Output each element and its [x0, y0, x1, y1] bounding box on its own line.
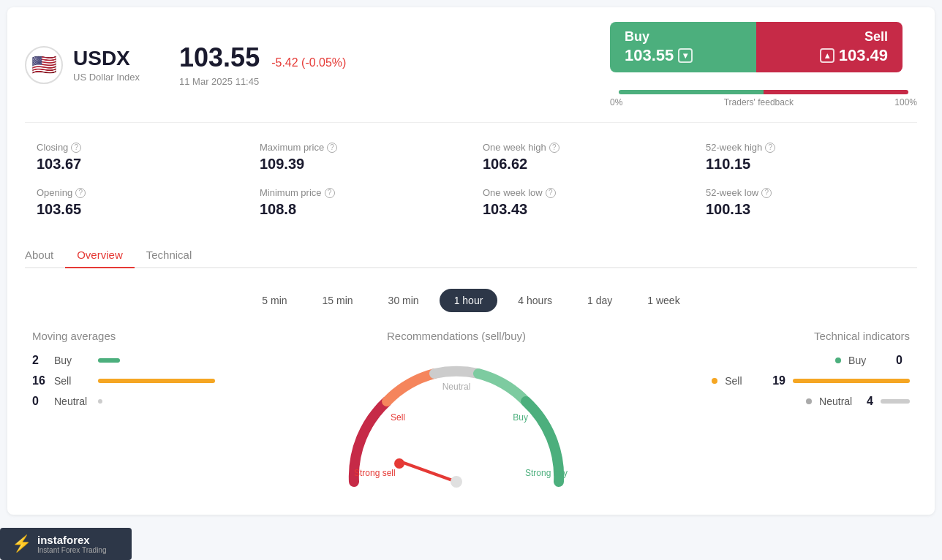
- stat-value: 103.65: [37, 201, 236, 218]
- ma-indicator-sell: 16 Sell: [32, 374, 215, 387]
- moving-averages: Moving averages 2 Buy 16 Sell 0 Neutral: [25, 330, 215, 415]
- dot-buy: [835, 357, 841, 363]
- info-icon[interactable]: ?: [761, 188, 772, 198]
- gauge-labels: Neutral Sell Buy Strong sell Strong buy: [332, 354, 581, 500]
- period-btn-30min[interactable]: 30 min: [374, 289, 434, 312]
- ma-indicator-buy: 2 Buy: [32, 354, 215, 367]
- tab-about[interactable]: About: [25, 243, 65, 268]
- stat-value: 106.62: [483, 156, 682, 173]
- buy-sell-buttons: Buy 103.55 ▾ Sell ▴ 103.49: [610, 22, 917, 72]
- ticker-info: 🇺🇸 USDX US Dollar Index 103.55 -5.42 (-0…: [25, 42, 346, 87]
- indicator-count: 0: [32, 395, 47, 408]
- footer-logo: ⚡ instaforex Instant Forex Trading: [0, 528, 132, 560]
- stat-cell-6: One week low ? 103.43: [471, 180, 694, 225]
- bar-neutral: [98, 399, 102, 404]
- technical-indicators-title: Technical indicators: [698, 330, 910, 342]
- stat-label: Minimum price ?: [260, 187, 459, 198]
- gauge-neutral-label: Neutral: [442, 382, 471, 392]
- time-periods: 5 min15 min30 min1 hour4 hours1 day1 wee…: [25, 289, 917, 312]
- buy-label: Buy: [625, 29, 739, 45]
- info-icon[interactable]: ?: [71, 143, 81, 153]
- stat-value: 103.43: [483, 201, 682, 218]
- feedback-title: Traders' feedback: [724, 97, 794, 107]
- feedback-section: 0% Traders' feedback 100%: [610, 84, 917, 107]
- stat-value: 109.39: [260, 156, 459, 173]
- period-btn-5min[interactable]: 5 min: [247, 289, 301, 312]
- stat-cell-4: Opening ? 103.65: [25, 180, 248, 225]
- dot-neutral: [806, 398, 812, 404]
- ma-indicator-neutral: 0 Neutral: [32, 395, 215, 408]
- header-section: 🇺🇸 USDX US Dollar Index 103.55 -5.42 (-0…: [25, 22, 917, 107]
- period-btn-1hour[interactable]: 1 hour: [440, 289, 498, 312]
- tab-overview[interactable]: Overview: [65, 243, 135, 268]
- stat-label: 52-week low ?: [706, 187, 905, 198]
- bar-buy: [98, 358, 120, 363]
- stat-cell-7: 52-week low ? 100.13: [694, 180, 917, 225]
- stat-label: 52-week high ?: [706, 142, 905, 153]
- logo-icon: ⚡: [12, 534, 31, 553]
- indicator-count: 2: [32, 354, 47, 367]
- sell-label: Sell: [774, 29, 888, 45]
- ti-label-neutral: Neutral: [819, 396, 859, 407]
- ti-indicator-neutral: Neutral 4: [698, 395, 910, 408]
- period-btn-1week[interactable]: 1 week: [633, 289, 694, 312]
- stat-cell-0: Closing ? 103.67: [25, 135, 248, 180]
- ti-label-sell: Sell: [725, 375, 765, 387]
- stats-grid: Closing ? 103.67 Maximum price ? 109.39 …: [25, 122, 917, 225]
- tab-technical[interactable]: Technical: [135, 243, 204, 268]
- ticker-symbol: USDX: [73, 47, 140, 70]
- indicator-label: Buy: [54, 355, 91, 366]
- bar-sell: [793, 379, 910, 383]
- price-date: 11 Mar 2025 11:45: [179, 76, 346, 87]
- gauge-strong-sell-label: Strong sell: [354, 468, 396, 478]
- feedback-right-label: 100%: [894, 97, 917, 107]
- feedback-left-label: 0%: [610, 97, 622, 107]
- indicator-label: Neutral: [54, 396, 91, 407]
- gauge-strong-buy-label: Strong buy: [525, 468, 568, 478]
- stat-cell-2: One week high ? 106.62: [471, 135, 694, 180]
- feedback-labels: 0% Traders' feedback 100%: [610, 97, 917, 107]
- gauge-sell-label: Sell: [391, 412, 405, 423]
- info-icon[interactable]: ?: [327, 143, 337, 153]
- indicator-count: 16: [32, 374, 47, 387]
- gauge-container: Neutral Sell Buy Strong sell Strong buy: [332, 354, 581, 500]
- info-icon[interactable]: ?: [75, 188, 86, 198]
- info-icon[interactable]: ?: [325, 188, 335, 198]
- ti-indicator-sell: Sell 19: [698, 374, 910, 387]
- stat-label: Opening ?: [37, 187, 236, 198]
- buy-value: 103.55 ▾: [625, 46, 739, 65]
- ti-count-sell: 19: [772, 374, 785, 387]
- current-price: 103.55: [179, 42, 260, 73]
- dot-sell: [712, 378, 717, 384]
- ti-indicator-buy: Buy 0: [698, 354, 910, 367]
- indicator-label: Sell: [54, 375, 91, 387]
- info-icon[interactable]: ?: [549, 143, 559, 153]
- chevron-up-icon: ▴: [820, 48, 834, 63]
- logo-text-main: instaforex: [37, 534, 107, 546]
- sell-value: ▴ 103.49: [774, 46, 888, 65]
- ti-count-neutral: 4: [867, 395, 873, 408]
- sell-button[interactable]: Sell ▴ 103.49: [756, 22, 903, 72]
- moving-averages-title: Moving averages: [32, 330, 215, 342]
- chevron-down-icon: ▾: [678, 48, 693, 63]
- bar-neutral: [881, 399, 910, 404]
- stat-label: One week high ?: [483, 142, 682, 153]
- period-btn-4hours[interactable]: 4 hours: [503, 289, 567, 312]
- info-icon[interactable]: ?: [765, 143, 775, 153]
- period-btn-15min[interactable]: 15 min: [308, 289, 368, 312]
- buy-button[interactable]: Buy 103.55 ▾: [610, 22, 756, 72]
- bar-sell: [98, 379, 215, 383]
- stat-value: 108.8: [260, 201, 459, 218]
- period-btn-1day[interactable]: 1 day: [573, 289, 627, 312]
- gauge-buy-label: Buy: [513, 412, 528, 423]
- price-change: -5.42 (-0.05%): [271, 56, 346, 69]
- stat-cell-1: Maximum price ? 109.39: [248, 135, 471, 180]
- ti-label-buy: Buy: [848, 355, 889, 366]
- price-block: 103.55 -5.42 (-0.05%) 11 Mar 2025 11:45: [179, 42, 346, 87]
- technical-indicators: Technical indicators Buy 0 Sell 19 Neutr…: [698, 330, 917, 415]
- recommendations-title: Recommendations (sell/buy): [387, 330, 526, 342]
- feedback-bar: [619, 90, 908, 94]
- recommendations: Recommendations (sell/buy): [215, 330, 698, 500]
- stat-label: Maximum price ?: [260, 142, 459, 153]
- info-icon[interactable]: ?: [546, 188, 556, 198]
